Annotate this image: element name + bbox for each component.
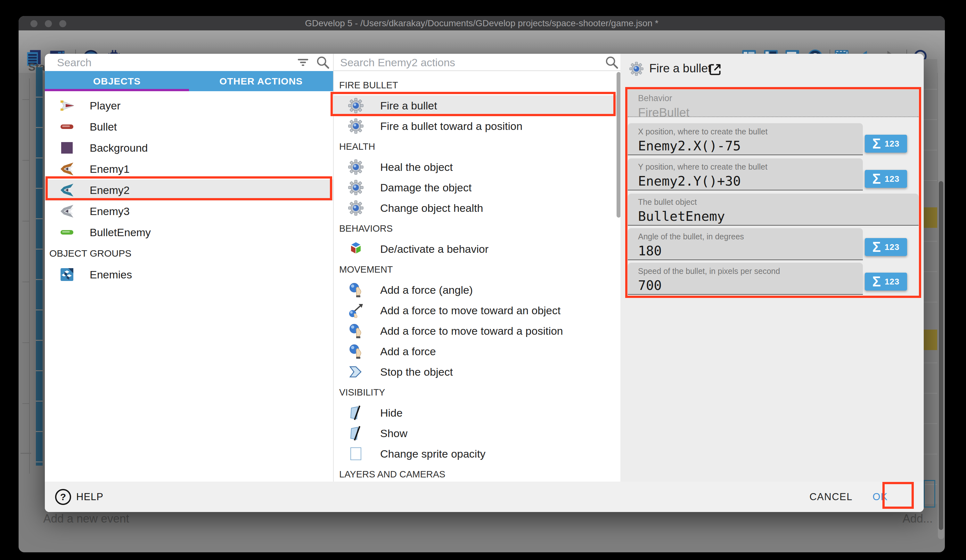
enemy1-object-icon <box>59 161 75 177</box>
y-position-field[interactable]: Y position, where to create the bullet E… <box>628 159 863 190</box>
events-tree-line <box>29 79 30 473</box>
action-row-deactivate-behavior[interactable]: De/activate a behavior <box>334 239 621 259</box>
action-row-change-sprite-opacity[interactable]: Change sprite opacity <box>334 444 621 464</box>
action-row-fire-toward-position[interactable]: Fire a bullet toward a position <box>334 116 621 136</box>
object-row-bulletenemy[interactable]: BulletEnemy <box>45 222 333 243</box>
action-row-damage-object[interactable]: Damage the object <box>334 177 621 198</box>
speed-field[interactable]: Speed of the bullet, in pixels per secon… <box>628 263 863 295</box>
object-row-player[interactable]: Player <box>45 95 333 116</box>
action-label: De/activate a behavior <box>380 243 488 255</box>
sigma-icon: Σ <box>872 137 881 151</box>
y-expression-button[interactable]: Σ 123 <box>865 170 907 188</box>
action-label: Change sprite opacity <box>380 448 486 460</box>
events-condition-column <box>36 67 43 466</box>
action-row-add-force-toward-position[interactable]: Add a force to move toward a position <box>334 321 621 341</box>
help-button[interactable]: ? HELP <box>55 489 104 505</box>
object-groups-header: OBJECT GROUPS <box>45 243 333 264</box>
bullet-object-icon <box>59 119 75 134</box>
events-selected-action-block <box>924 207 937 228</box>
object-panel: OBJECTS OTHER ACTIONS Player Bullet <box>45 54 333 481</box>
behavior-field-label: Behavior <box>638 93 918 103</box>
add-new-event-button[interactable]: Add a new event <box>43 512 129 526</box>
tab-other-actions[interactable]: OTHER ACTIONS <box>189 71 333 91</box>
action-row-fire-a-bullet-selected[interactable]: Fire a bullet <box>334 95 621 116</box>
object-label: Enemy1 <box>90 163 130 175</box>
visibility-icon <box>348 405 363 421</box>
x-expression-button[interactable]: Σ 123 <box>865 135 907 152</box>
object-row-bullet[interactable]: Bullet <box>45 116 333 137</box>
bullet-object-value: BulletEnemy <box>638 209 918 224</box>
gear-action-icon <box>629 62 644 76</box>
search-icon[interactable] <box>315 55 330 70</box>
section-header-behaviors: BEHAVIORS <box>334 218 621 239</box>
tab-objects[interactable]: OBJECTS <box>45 71 189 91</box>
action-row-add-force-angle[interactable]: Add a force (angle) <box>334 280 621 300</box>
group-row-enemies[interactable]: Enemies <box>45 264 333 285</box>
bullet-object-field[interactable]: The bullet object BulletEnemy <box>628 193 918 226</box>
section-header-visibility: VISIBILITY <box>334 382 621 403</box>
help-label: HELP <box>76 491 104 503</box>
sigma-icon: Σ <box>872 275 881 289</box>
action-row-change-object-health[interactable]: Change object health <box>334 198 621 218</box>
force-icon <box>348 282 363 298</box>
object-row-enemy3[interactable]: Enemy3 <box>45 201 333 222</box>
x-position-field[interactable]: X position, where to create the bullet E… <box>628 123 863 155</box>
group-label: Enemies <box>90 269 132 281</box>
cancel-button[interactable]: CANCEL <box>809 491 853 503</box>
speed-expression-button[interactable]: Σ 123 <box>865 273 907 291</box>
actions-search-row <box>334 54 621 71</box>
background-object-icon <box>59 140 75 156</box>
enemies-group-icon <box>59 267 75 282</box>
angle-field[interactable]: Angle of the bullet, in degrees 180 <box>628 228 863 260</box>
object-label: Player <box>90 100 120 112</box>
angle-label: Angle of the bullet, in degrees <box>638 232 863 241</box>
object-row-enemy1[interactable]: Enemy1 <box>45 159 333 180</box>
object-label: Enemy3 <box>90 205 130 218</box>
tab-active-underline <box>45 89 189 91</box>
action-row-add-force-toward-object[interactable]: Add a force to move toward an object <box>334 300 621 321</box>
events-scrollbar-thumb[interactable] <box>939 181 943 530</box>
filter-icon[interactable] <box>296 56 310 69</box>
behavior-field-value: FireBullet <box>638 106 918 120</box>
actions-panel: FIRE BULLET Fire a bullet Fire a bullet … <box>333 54 621 481</box>
events-selected-action-block <box>924 329 937 350</box>
object-row-enemy2-selected[interactable]: Enemy2 <box>45 180 333 201</box>
events-highlight-rect <box>924 480 935 508</box>
add-action-link[interactable]: Add... <box>903 512 933 526</box>
search-icon[interactable] <box>605 55 619 70</box>
stop-icon <box>348 364 363 380</box>
x-position-value: Enemy2.X()-75 <box>638 138 863 154</box>
y-position-label: Y position, where to create the bullet <box>638 162 863 172</box>
params-panel: Fire a bullet Behavior FireBullet X posi… <box>620 54 924 481</box>
open-in-new-icon[interactable] <box>708 62 722 77</box>
help-icon: ? <box>55 489 71 505</box>
events-tree-tick <box>20 453 31 454</box>
speed-value: 700 <box>638 278 863 293</box>
bullet-object-label: The bullet object <box>638 197 918 207</box>
action-row-show[interactable]: Show <box>334 423 621 444</box>
action-row-stop-object[interactable]: Stop the object <box>334 362 621 382</box>
object-list: Player Bullet Background Enemy1 Enemy2 <box>45 91 333 285</box>
object-label: BulletEnemy <box>90 226 151 239</box>
events-tree-tick <box>22 403 29 404</box>
player-object-icon <box>59 98 75 113</box>
tab-objects-label: OBJECTS <box>93 76 141 87</box>
action-label: Fire a bullet <box>380 100 437 112</box>
action-label: Heal the object <box>380 161 453 174</box>
angle-expression-button[interactable]: Σ 123 <box>865 238 907 256</box>
actions-search-input[interactable] <box>334 54 621 71</box>
action-label: Add a force <box>380 345 436 358</box>
object-search-input[interactable] <box>45 54 333 71</box>
section-header-fire-bullet: FIRE BULLET <box>334 75 621 95</box>
expression-123-label: 123 <box>885 242 899 252</box>
ok-button[interactable]: OK <box>872 491 888 503</box>
action-row-hide[interactable]: Hide <box>334 403 621 423</box>
action-row-heal-object[interactable]: Heal the object <box>334 157 621 177</box>
sigma-icon: Σ <box>872 240 881 254</box>
action-row-add-force[interactable]: Add a force <box>334 341 621 362</box>
object-row-background[interactable]: Background <box>45 137 333 159</box>
force-icon <box>348 323 363 339</box>
screenshot-root: GDevelop 5 - /Users/dkarakay/Documents/G… <box>0 0 966 560</box>
events-tree-tick <box>22 342 29 343</box>
titlebar: GDevelop 5 - /Users/dkarakay/Documents/G… <box>18 16 945 30</box>
